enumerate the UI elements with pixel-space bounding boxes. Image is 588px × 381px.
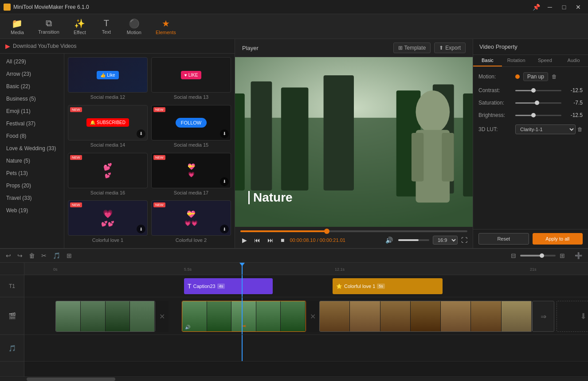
reset-button[interactable]: Reset — [478, 233, 529, 245]
sidebar-item-arrow[interactable]: Arrow (23) — [0, 68, 64, 80]
new-badge-cl2: NEW — [153, 202, 165, 207]
element-card-sm17[interactable]: NEW 💝 💗 ⬇ Social media 17 — [151, 153, 231, 197]
video-background: Nature — [235, 57, 473, 227]
sidebar-item-emoji[interactable]: Emoji (11) — [0, 105, 64, 117]
scrollbar-thumb[interactable] — [27, 377, 115, 381]
zoom-out-button[interactable]: ⊞ — [557, 251, 567, 260]
aspect-ratio-select[interactable]: 16:9 4:3 1:1 9:16 — [433, 236, 458, 245]
element-card-colorful1[interactable]: NEW 💗 💕💕 ⬇ Colorful love 1 — [68, 200, 148, 245]
toolbar-effect[interactable]: ✨ Effect — [67, 16, 93, 37]
audio-button[interactable]: 🎵 — [51, 251, 63, 260]
element-card-sm13[interactable]: ♥LIKE Social media 13 — [151, 57, 231, 101]
play-button[interactable]: ▶ — [240, 236, 249, 245]
end-transition-icon: ⇒ — [541, 312, 546, 321]
element-thumb-sm13: ♥LIKE — [151, 57, 231, 93]
lut-select[interactable]: Clarity-1-1 Clarity-1-2 None — [515, 124, 576, 134]
download-label: Download YouTube Videos — [13, 43, 76, 49]
template-button[interactable]: ⊞ Template — [393, 43, 431, 53]
export-button[interactable]: ⬆ Export — [434, 43, 466, 53]
download-bar[interactable]: ▶ Download YouTube Videos — [0, 39, 235, 54]
timeline-scrollbar[interactable] — [0, 377, 588, 381]
sidebar-item-business[interactable]: Business (5) — [0, 93, 64, 105]
video-clip-3[interactable] — [319, 301, 532, 332]
tab-audio[interactable]: Audio — [559, 55, 588, 66]
maximize-button[interactable]: □ — [558, 2, 570, 12]
volume-bar[interactable] — [398, 239, 429, 241]
transition-x-icon-2: ✕ — [310, 312, 316, 321]
redo-button[interactable]: ↪ — [15, 251, 25, 260]
sidebar-item-nature[interactable]: Nature (5) — [0, 155, 64, 167]
toolbar-motion[interactable]: ⚫ Motion — [120, 16, 149, 37]
pin-icon[interactable]: 📌 — [533, 4, 540, 11]
video-track-label: 🎬 — [0, 297, 24, 335]
video-clip-2[interactable]: 🔊 ✂ — [182, 301, 306, 332]
elements-label: Elements — [156, 30, 176, 35]
undo-button[interactable]: ↩ — [4, 251, 13, 260]
sidebar-item-basic[interactable]: Basic (22) — [0, 80, 64, 93]
motion-label-tb: Motion — [127, 30, 141, 35]
element-card-colorful2[interactable]: NEW 💝 💗💗 ⬇ Colorful love 2 — [151, 200, 231, 245]
element-card-sm15[interactable]: NEW FOLLOW ⬇ Social media 15 — [151, 105, 231, 149]
video-clip-1[interactable] — [55, 301, 155, 332]
playhead-line-video — [242, 297, 243, 334]
player-controls: ▶ ⏮ ⏭ ■ 00:00:08.10 / 00:00:21.01 🔊 16:9… — [235, 227, 473, 248]
next-button[interactable]: ⏭ — [266, 236, 275, 245]
volume-button[interactable]: 🔊 — [384, 236, 395, 245]
motion-delete-button[interactable]: 🗑 — [552, 74, 557, 80]
transition-marker-2[interactable]: ✕ — [306, 301, 319, 332]
sidebar-item-all[interactable]: All (229) — [0, 55, 64, 68]
sidebar-item-props[interactable]: Props (20) — [0, 179, 64, 192]
svg-point-9 — [416, 90, 450, 133]
sidebar-item-festival[interactable]: Festival (37) — [0, 117, 64, 130]
progress-handle[interactable] — [324, 229, 329, 234]
playhead[interactable] — [242, 263, 243, 275]
toolbar-transition[interactable]: ⧉ Transition — [31, 16, 67, 36]
saturation-slider[interactable] — [515, 102, 561, 104]
brightness-slider[interactable] — [515, 115, 561, 116]
motion-radio[interactable] — [515, 74, 520, 79]
saturation-row: Saturation: -7.5 — [478, 100, 583, 106]
element-clip[interactable]: ⭐ Colorful love 1 5s — [333, 278, 443, 294]
stop-button[interactable]: ■ — [279, 236, 286, 245]
prev-button[interactable]: ⏮ — [252, 236, 262, 245]
zoom-in-button[interactable]: ⊟ — [509, 251, 518, 260]
sidebar-item-food[interactable]: Food (8) — [0, 130, 64, 142]
text-label: Text — [102, 29, 111, 35]
transition-marker-1[interactable]: ✕ — [155, 301, 169, 332]
lut-delete-button[interactable]: 🗑 — [577, 126, 583, 132]
sidebar-item-travel[interactable]: Travel (33) — [0, 192, 64, 204]
toolbar-text[interactable]: T Text — [93, 16, 120, 36]
download-badge-sm15: ⬇ — [220, 129, 229, 138]
element-card-sm12[interactable]: 👍Like Social media 12 — [68, 57, 148, 101]
tab-rotation[interactable]: Rotation — [502, 55, 531, 66]
progress-bar[interactable] — [240, 230, 467, 232]
tab-basic[interactable]: Basic — [473, 55, 502, 66]
element-card-sm14[interactable]: NEW 🔔SUBSCRIBED ⬇ Social media 14 — [68, 105, 148, 149]
download-badge-cl1: ⬇ — [137, 225, 145, 233]
element-label-sm12: Social media 12 — [68, 94, 148, 100]
sidebar-item-web[interactable]: Web (19) — [0, 204, 64, 217]
sidebar-item-pets[interactable]: Pets (13) — [0, 167, 64, 179]
split-button[interactable]: ✂ — [39, 251, 49, 260]
minimize-button[interactable]: ─ — [544, 2, 556, 12]
svg-rect-5 — [324, 75, 354, 190]
add-track-button[interactable]: ➕ — [572, 251, 584, 260]
delete-clip-button[interactable]: 🗑 — [27, 251, 37, 260]
contrast-slider[interactable] — [515, 90, 561, 91]
caption-clip[interactable]: T Caption23 4s — [184, 278, 273, 294]
apply-all-button[interactable]: Apply to all — [533, 233, 583, 245]
end-transition[interactable]: ⇒ — [532, 301, 554, 332]
fullscreen-button[interactable]: ⛶ — [461, 237, 467, 244]
element-card-sm16[interactable]: NEW 💕 💕 Social media 16 — [68, 153, 148, 197]
tab-speed[interactable]: Speed — [531, 55, 560, 66]
svg-rect-3 — [251, 82, 272, 190]
zoom-slider[interactable] — [520, 255, 556, 257]
toolbar-media[interactable]: 📁 Media — [4, 16, 31, 37]
element-thumb-sm12: 👍Like — [68, 57, 148, 93]
crop-button[interactable]: ⊞ — [64, 251, 74, 260]
toolbar-elements[interactable]: ★ Elements — [149, 16, 183, 37]
sidebar-item-love[interactable]: Love & Wedding (33) — [0, 142, 64, 155]
app-logo — [4, 4, 11, 11]
close-button[interactable]: ✕ — [572, 2, 584, 12]
motion-row: Motion: Pan up 🗑 — [478, 72, 583, 81]
